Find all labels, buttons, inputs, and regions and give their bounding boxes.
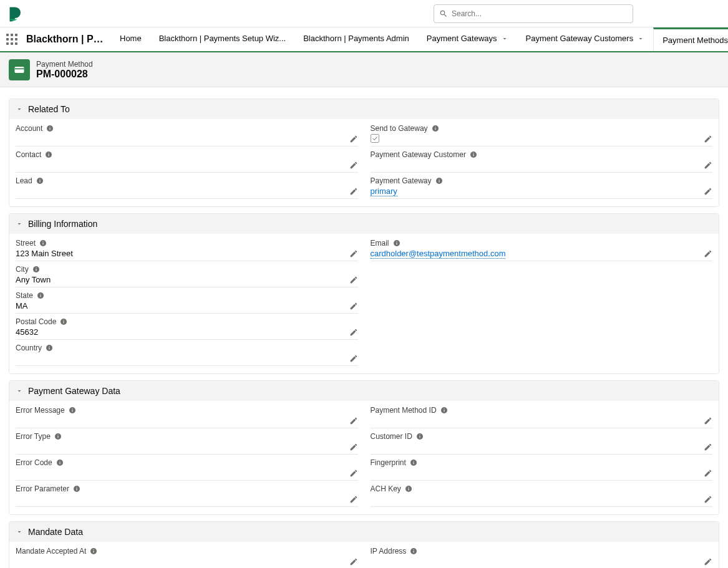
info-icon[interactable]	[37, 292, 44, 299]
info-icon[interactable]	[410, 547, 417, 555]
field-label: Payment Gateway Customer	[371, 150, 466, 159]
section-header[interactable]: Payment Gateway Data	[9, 381, 719, 401]
info-icon[interactable]	[32, 266, 40, 273]
pencil-icon[interactable]	[349, 187, 358, 196]
field-label: Postal Code	[16, 317, 56, 326]
pencil-icon[interactable]	[704, 416, 712, 425]
info-icon[interactable]	[416, 433, 424, 440]
info-icon[interactable]	[410, 459, 417, 466]
field-value: cardholder@testpaymentmethod.com	[371, 249, 506, 258]
search-icon	[439, 9, 448, 18]
field-label: IP Address	[371, 547, 407, 556]
nav-tab-label: Payment Methods	[662, 36, 728, 45]
info-icon[interactable]	[90, 547, 97, 555]
app-launcher[interactable]	[0, 34, 24, 45]
pencil-icon[interactable]	[349, 161, 358, 170]
field-label: Contact	[16, 150, 41, 159]
field-label: Payment Method ID	[371, 406, 437, 415]
pencil-icon[interactable]	[704, 187, 712, 196]
form-field: Error Code	[16, 456, 358, 482]
info-icon[interactable]	[45, 151, 52, 158]
field-value	[371, 134, 379, 143]
field-label: Error Type	[16, 432, 51, 441]
field-label: Mandate Accepted At	[16, 547, 86, 556]
chevron-down-icon	[16, 220, 23, 228]
info-icon[interactable]	[393, 239, 400, 247]
pencil-icon[interactable]	[704, 557, 712, 566]
field-label: Country	[16, 344, 42, 352]
pencil-icon[interactable]	[704, 469, 712, 478]
info-icon[interactable]	[54, 433, 62, 440]
pencil-icon[interactable]	[349, 276, 358, 284]
form-field: IP Address	[371, 544, 713, 568]
pencil-icon[interactable]	[349, 443, 358, 451]
pencil-icon[interactable]	[704, 135, 712, 143]
chevron-down-icon	[16, 105, 23, 113]
pencil-icon[interactable]	[349, 135, 358, 143]
field-value: 45632	[16, 327, 38, 337]
pencil-icon[interactable]	[349, 328, 358, 337]
field-label: Fingerprint	[371, 458, 406, 467]
nav-tab[interactable]: Blackthorn | Payments Admin	[294, 27, 418, 51]
info-icon[interactable]	[36, 177, 44, 185]
nav-tab[interactable]: Payment Gateway Customers	[517, 27, 654, 51]
info-icon[interactable]	[405, 485, 412, 493]
nav-tab[interactable]: Home	[111, 27, 150, 51]
section-header[interactable]: Related To	[9, 99, 719, 119]
pencil-icon[interactable]	[349, 249, 358, 258]
pencil-icon[interactable]	[349, 416, 358, 425]
pencil-icon[interactable]	[349, 354, 358, 363]
nav-tab-label: Payment Gateway Customers	[526, 34, 634, 43]
global-search[interactable]	[434, 4, 633, 23]
chevron-down-icon[interactable]	[501, 35, 508, 42]
field-value: primary	[371, 186, 397, 196]
info-icon[interactable]	[56, 459, 64, 466]
app-name: Blackthorn | Payme...	[24, 34, 111, 45]
nav-tab[interactable]: Payment Methods	[653, 27, 728, 51]
chevron-down-icon[interactable]	[637, 35, 644, 42]
info-icon[interactable]	[39, 239, 47, 247]
field-label: Account	[16, 124, 42, 133]
section-header[interactable]: Mandate Data	[9, 522, 719, 542]
link[interactable]: primary	[371, 186, 397, 196]
pencil-icon[interactable]	[704, 249, 712, 258]
nav-tab[interactable]: Blackthorn | Payments Setup Wiz...	[150, 27, 295, 51]
search-input[interactable]	[452, 9, 628, 18]
pencil-icon[interactable]	[349, 557, 358, 566]
form-field: Fingerprint	[371, 456, 713, 482]
pencil-icon[interactable]	[704, 443, 712, 451]
nav-tab[interactable]: Payment Gateways	[418, 27, 517, 51]
info-icon[interactable]	[46, 125, 54, 132]
pencil-icon[interactable]	[349, 302, 358, 310]
field-label: Email	[371, 239, 389, 248]
field-label: City	[16, 265, 29, 274]
info-icon[interactable]	[73, 485, 80, 493]
info-icon[interactable]	[435, 177, 443, 185]
link[interactable]: cardholder@testpaymentmethod.com	[371, 249, 506, 259]
form-field: Account	[16, 122, 358, 148]
info-icon[interactable]	[432, 125, 439, 132]
info-icon[interactable]	[46, 344, 53, 352]
info-icon[interactable]	[60, 318, 67, 325]
form-field: StateMA	[16, 289, 358, 315]
info-icon[interactable]	[69, 407, 76, 414]
record-title: PM-000028	[36, 69, 93, 80]
section-header[interactable]: Billing Information	[9, 214, 719, 234]
checkbox[interactable]	[371, 134, 379, 143]
info-icon[interactable]	[470, 151, 477, 158]
form-field: Mandate Accepted At	[16, 544, 358, 568]
form-field: CityAny Town	[16, 262, 358, 289]
info-icon[interactable]	[440, 407, 448, 414]
pencil-icon[interactable]	[349, 469, 358, 478]
form-field: Street123 Main Street	[16, 236, 358, 262]
form-field: Lead	[16, 174, 358, 200]
waffle-icon	[6, 34, 17, 45]
pencil-icon[interactable]	[704, 161, 712, 170]
global-header	[0, 0, 728, 27]
object-label: Payment Method	[36, 60, 93, 69]
pencil-icon[interactable]	[704, 495, 712, 504]
pencil-icon[interactable]	[349, 495, 358, 504]
form-field: Send to Gateway	[371, 122, 713, 148]
form-field: Payment Gateway Customer	[371, 148, 713, 174]
detail-panel: Related To AccountContactLead Send to Ga…	[0, 87, 728, 568]
